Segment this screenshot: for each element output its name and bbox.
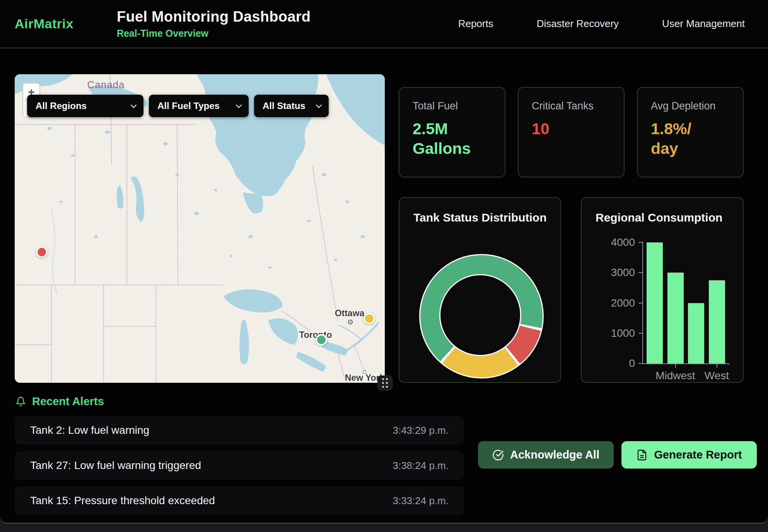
tank-status-card: Tank Status Distribution (399, 197, 561, 383)
check-circle-icon (492, 449, 504, 461)
generate-report-button[interactable]: Generate Report (621, 441, 757, 469)
bar (688, 303, 704, 364)
acknowledge-all-button[interactable]: Acknowledge All (478, 441, 614, 469)
header: AirMatrix Fuel Monitoring Dashboard Real… (0, 0, 768, 48)
map-marker-critical[interactable] (36, 246, 48, 258)
stat-label: Total Fuel (413, 100, 492, 112)
filter-regions-value: All Regions (36, 101, 87, 111)
y-tick-label: 2000 (582, 297, 635, 309)
alert-row: Tank 2: Low fuel warning 3:43:29 p.m. (15, 416, 464, 445)
alerts-list: Tank 2: Low fuel warning 3:43:29 p.m. Ta… (15, 416, 464, 522)
alert-time: 3:33:24 p.m. (393, 495, 449, 507)
stats-row: Total Fuel 2.5M Gallons Critical Tanks 1… (399, 87, 744, 177)
stat-card-critical-tanks: Critical Tanks 10 (518, 87, 625, 177)
map-label-ottawa: Ottawa (335, 308, 365, 318)
bar-plot-area (643, 242, 726, 363)
alert-time: 3:43:29 p.m. (393, 425, 449, 437)
chevron-down-icon (131, 102, 137, 108)
alert-message: Tank 15: Pressure threshold exceeded (30, 494, 215, 507)
y-tick-label: 4000 (582, 236, 635, 249)
chevron-down-icon (316, 102, 322, 108)
title-block: Fuel Monitoring Dashboard Real-Time Over… (117, 9, 311, 39)
charts-row: Tank Status Distribution Regional Consum… (399, 197, 744, 383)
recent-alerts-title: Recent Alerts (32, 395, 104, 408)
map-canvas: Canada Ottawa Toronto New York (15, 74, 385, 383)
bar (647, 242, 663, 363)
ottawa-capital-dot-icon (350, 321, 351, 322)
alert-message: Tank 2: Low fuel warning (30, 424, 149, 437)
main-nav: Reports Disaster Recovery User Managemen… (458, 18, 745, 30)
x-tick-label: West (686, 370, 748, 382)
y-tick-mark (638, 303, 642, 304)
y-tick-mark (638, 333, 642, 334)
stat-label: Avg Depletion (651, 100, 730, 112)
stat-value: 1.8%/ day (651, 119, 730, 159)
brand-logo: AirMatrix (15, 16, 73, 31)
donut-hole (439, 274, 521, 356)
nav-item-user-management[interactable]: User Management (662, 18, 745, 30)
y-tick-label: 1000 (582, 327, 635, 339)
filter-regions-select[interactable]: All Regions (27, 95, 143, 117)
y-tick-label: 0 (582, 357, 635, 370)
map-marker-normal[interactable] (316, 334, 327, 346)
y-tick-mark (638, 242, 642, 243)
page-subtitle: Real-Time Overview (117, 28, 311, 39)
generate-report-label: Generate Report (654, 448, 742, 461)
bell-icon (15, 396, 26, 407)
app-window: AirMatrix Fuel Monitoring Dashboard Real… (0, 0, 768, 523)
filter-fuel-types-select[interactable]: All Fuel Types (149, 95, 249, 117)
filter-status-select[interactable]: All Status (254, 95, 329, 117)
bar (709, 280, 725, 363)
map-filters: All Regions All Fuel Types All Status (27, 95, 329, 117)
stat-label: Critical Tanks (532, 100, 611, 112)
card-title: Tank Status Distribution (413, 211, 546, 224)
regional-consumption-bar-chart: 01000200030004000MidwestWest (582, 198, 743, 382)
map-panel[interactable]: Canada Ottawa Toronto New York + − All R… (15, 74, 385, 383)
chevron-down-icon (236, 102, 242, 108)
nav-item-reports[interactable]: Reports (458, 18, 493, 30)
x-tick-mark (675, 364, 676, 368)
tank-status-donut-chart (419, 254, 544, 379)
recent-alerts-heading: Recent Alerts (15, 395, 104, 408)
screen: AirMatrix Fuel Monitoring Dashboard Real… (0, 0, 768, 532)
bar (667, 273, 684, 363)
map-marker-warning[interactable] (364, 313, 375, 324)
stat-card-avg-depletion: Avg Depletion 1.8%/ day (637, 87, 744, 177)
alert-row: Tank 27: Low fuel warning triggered 3:38… (15, 451, 464, 480)
map-resize-handle[interactable] (377, 375, 393, 390)
stat-value: 2.5M Gallons (413, 119, 492, 159)
y-tick-mark (638, 363, 642, 364)
acknowledge-all-label: Acknowledge All (510, 448, 599, 461)
y-tick-mark (638, 272, 642, 273)
stat-value: 10 (532, 119, 611, 139)
alert-actions: Acknowledge All Generate Report (478, 441, 757, 469)
regional-consumption-card: Regional Consumption 01000200030004000Mi… (581, 197, 744, 383)
alert-time: 3:38:24 p.m. (393, 460, 449, 472)
x-tick-mark (717, 364, 717, 368)
nav-item-disaster-recovery[interactable]: Disaster Recovery (537, 18, 619, 30)
alert-message: Tank 27: Low fuel warning triggered (30, 459, 201, 472)
y-tick-label: 3000 (582, 266, 635, 279)
map-label-canada: Canada (87, 79, 125, 90)
stat-card-total-fuel: Total Fuel 2.5M Gallons (399, 87, 505, 177)
file-text-icon (636, 449, 648, 461)
filter-fuel-types-value: All Fuel Types (157, 101, 220, 111)
filter-status-value: All Status (263, 101, 305, 111)
alert-row: Tank 15: Pressure threshold exceeded 3:3… (15, 486, 464, 515)
page-title: Fuel Monitoring Dashboard (117, 9, 311, 25)
